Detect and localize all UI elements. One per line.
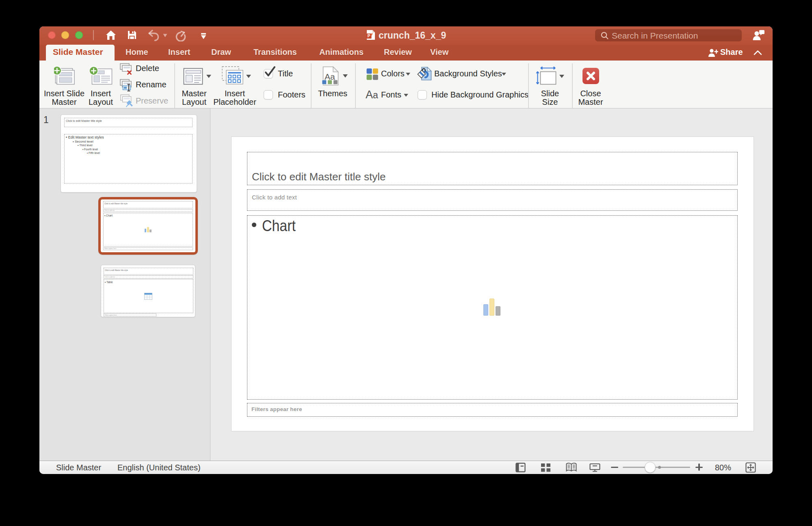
- svg-text:P: P: [368, 34, 370, 38]
